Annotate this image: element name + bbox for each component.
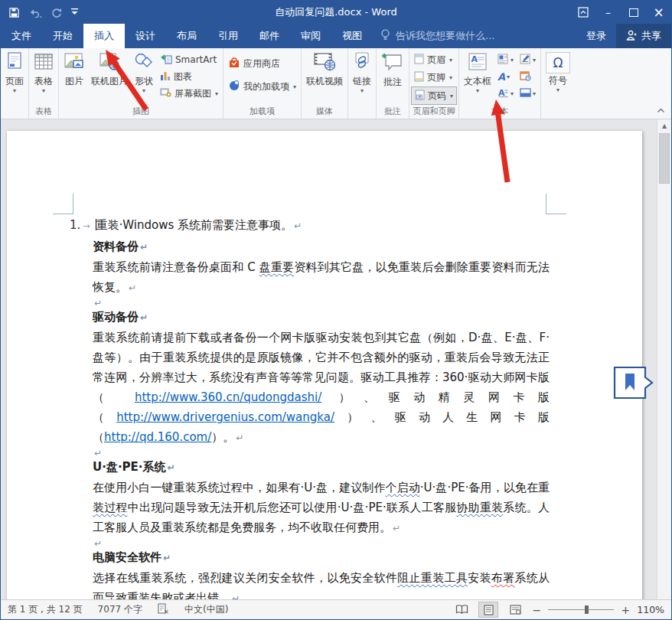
my-addins-button[interactable]: 我的加载项 ▾ [225, 78, 299, 95]
zoom-level[interactable]: 110% [637, 604, 664, 615]
sign-in-button[interactable]: 登录 [576, 24, 616, 48]
vertical-scrollbar[interactable]: ▲ [657, 119, 671, 600]
shapes-button[interactable]: 形状 ▾ [131, 49, 157, 93]
page-number-button[interactable]: # 页码 ▾ [411, 86, 457, 105]
comment-button[interactable]: 批注 [378, 49, 407, 87]
print-layout-icon[interactable] [478, 602, 498, 618]
link-button[interactable]: 链接 ▾ [350, 49, 374, 93]
chevron-down-icon: ▾ [13, 88, 16, 93]
scrollbar-thumb[interactable] [659, 133, 670, 184]
chevron-down-icon: ▾ [556, 87, 559, 93]
margin-crop-mark-left [53, 194, 73, 214]
doc-paragraph[interactable]: 在使用小白一键重装系统过程中，如果有·U·盘，建议制作个启动·U·盘·PE·备用… [93, 478, 550, 538]
quick-parts-button[interactable]: ▾ [496, 51, 515, 68]
ribbon-display-options-icon[interactable] [570, 1, 595, 24]
group-header-footer: 页眉 ▾ 页脚 ▾ # 页码 [409, 48, 459, 119]
language-indicator[interactable]: 中文(中国) [184, 603, 228, 616]
textbox-button[interactable]: A 文本框 ▾ [461, 49, 494, 93]
quick-parts-icon [497, 54, 509, 67]
pages-icon [5, 52, 24, 74]
doc-paragraph[interactable]: U·盘·PE·系统↵ [93, 457, 550, 478]
table-button[interactable]: 表格 ▾ [31, 49, 57, 93]
header-button[interactable]: 页眉 ▾ [411, 51, 457, 68]
wordart-button[interactable]: A ▾ [496, 68, 515, 85]
word-count[interactable]: 7077 个字 [98, 603, 142, 616]
maximize-button[interactable] [621, 1, 646, 24]
picture-button[interactable]: 图片 [60, 49, 88, 86]
chart-button[interactable]: 图表 [157, 68, 221, 85]
chevron-down-icon: ▾ [476, 88, 479, 93]
document-text[interactable]: 1.→重装·Windows 系统前需要注意事项。↵资料备份↵重装系统前请注意备份… [93, 215, 550, 600]
lightbulb-icon [380, 29, 390, 43]
doc-paragraph[interactable]: ↵ [93, 298, 550, 307]
zoom-out-button[interactable]: − [532, 604, 541, 616]
share-button[interactable]: 共享 [616, 24, 671, 48]
tab-review[interactable]: 审阅 [290, 24, 331, 48]
store-button[interactable]: 应用商店 [225, 55, 299, 72]
doc-paragraph[interactable]: 资料备份↵ [93, 237, 550, 257]
close-button[interactable]: × [646, 1, 671, 24]
redo-icon[interactable] [51, 8, 62, 18]
signature-line-button[interactable]: ▾ [518, 51, 537, 68]
doc-paragraph[interactable]: 1.→重装·Windows 系统前需要注意事项。↵ [93, 215, 550, 237]
smartart-icon [160, 54, 172, 67]
qat-customize-icon[interactable] [71, 8, 78, 16]
save-icon[interactable] [8, 7, 20, 18]
tab-design[interactable]: 设计 [125, 24, 166, 48]
zoom-slider-thumb[interactable] [585, 605, 589, 614]
online-picture-button[interactable]: 联机图片 [88, 49, 131, 86]
tab-mailings[interactable]: 邮件 [249, 24, 290, 48]
group-label-header-footer: 页眉和页脚 [411, 106, 457, 119]
object-button[interactable]: ▾ [518, 85, 537, 102]
smartart-button[interactable]: SmartArt [157, 51, 221, 68]
window-controls: – × [570, 1, 671, 24]
chevron-down-icon: ▾ [449, 57, 452, 63]
doc-paragraph[interactable]: 驱动备份↵ [93, 307, 550, 328]
doc-paragraph[interactable]: 重装系统前请注意备份桌面和 C 盘重要资料到其它盘，以免重装后会删除重要资料而无… [93, 257, 550, 298]
page-indicator[interactable]: 第 1 页 , 共 12 页 [8, 603, 83, 616]
footer-icon [414, 71, 424, 84]
title-bar: 自动回复问题.docx - Word – × [1, 1, 671, 24]
document-area: 1.→重装·Windows 系统前需要注意事项。↵资料备份↵重装系统前请注意备份… [1, 119, 671, 600]
drop-cap-button[interactable]: A ▾ [496, 85, 515, 102]
tab-home[interactable]: 开始 [42, 24, 83, 48]
doc-paragraph[interactable]: 选择在线重装系统，强烈建议关闭安全软件，以免安全软件阻止重装工具安装布署系统从而… [93, 568, 550, 600]
zoom-in-button[interactable]: + [621, 604, 630, 616]
group-comments: 批注 批注 [377, 48, 409, 119]
status-bar: 第 1 页 , 共 12 页 7077 个字 × 中文(中国) − + 110% [1, 599, 671, 619]
online-video-button[interactable]: 联机视频 [303, 49, 346, 86]
group-illustrations: 图片 联机图片 形状 ▾ [59, 48, 223, 119]
doc-paragraph[interactable]: 重装系统前请提前下载或者备份一个网卡版驱动安装包到其它盘（例如，D·盘、E·盘、… [93, 328, 550, 448]
tab-layout[interactable]: 布局 [166, 24, 207, 48]
doc-paragraph[interactable]: ↵ [93, 448, 550, 457]
web-layout-icon[interactable] [505, 602, 525, 618]
collapse-ribbon-icon[interactable] [657, 105, 665, 116]
word-window: 自动回复问题.docx - Word – × 文件 开始 插入 设计 布局 引用… [0, 0, 672, 620]
doc-paragraph[interactable]: 电脑安全软件↵ [93, 547, 550, 568]
chevron-down-icon: ▾ [293, 84, 296, 90]
screenshot-button[interactable]: 屏幕截图 ▾ [157, 85, 221, 102]
undo-icon[interactable] [29, 8, 42, 18]
tab-insert[interactable]: 插入 [83, 24, 125, 48]
date-time-button[interactable] [518, 68, 537, 85]
proofing-icon[interactable]: × [158, 603, 169, 617]
resume-reading-bookmark[interactable] [613, 366, 654, 403]
chevron-down-icon: ▾ [449, 75, 452, 80]
footer-button[interactable]: 页脚 ▾ [411, 69, 457, 86]
zoom-slider[interactable] [548, 609, 614, 610]
pages-button[interactable]: 页面 ▾ [2, 49, 27, 93]
doc-paragraph[interactable]: ↵ [93, 538, 550, 547]
symbol-button[interactable]: Ω 符号 ▾ [543, 49, 573, 93]
group-pages: 页面 ▾ [1, 48, 29, 119]
tell-me-box[interactable]: 告诉我您想要做什么... [380, 24, 494, 48]
tab-file[interactable]: 文件 [1, 24, 42, 48]
ribbon: 页面 ▾ 表格 ▾ 表格 [1, 48, 671, 119]
minimize-button[interactable]: – [595, 1, 621, 24]
scroll-up-icon[interactable]: ▲ [657, 119, 671, 132]
group-table: 表格 ▾ 表格 [29, 48, 59, 119]
document-page[interactable]: 1.→重装·Windows 系统前需要注意事项。↵资料备份↵重装系统前请注意备份… [7, 131, 642, 600]
omega-icon: Ω [546, 52, 570, 73]
tab-references[interactable]: 引用 [207, 24, 249, 48]
read-mode-icon[interactable] [452, 602, 471, 618]
tab-view[interactable]: 视图 [331, 24, 373, 48]
